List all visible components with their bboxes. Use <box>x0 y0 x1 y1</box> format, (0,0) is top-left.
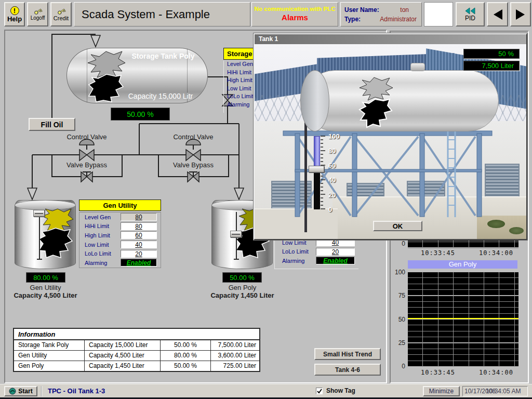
gen-poly-time-axis: 10:33:45 10:34:00 <box>408 369 518 376</box>
cell-tank-name: Storage Tank Poly <box>14 340 85 351</box>
show-tag-checkbox[interactable] <box>316 388 323 394</box>
cell-tank-name: Gen Poly <box>14 361 85 371</box>
gen-utility-tank-graphic[interactable] <box>15 200 76 269</box>
tank1-photo: 100 80 60 40 20 0 50 % 7,500 Liter OK <box>255 44 526 239</box>
level-gen-field[interactable]: 80 <box>121 213 157 221</box>
taskbar: Start TPC - Oil Tank 1-3 Show Tag Minimi… <box>0 384 532 397</box>
photo-tank-body <box>304 70 499 131</box>
credit-button[interactable]: Credit <box>50 2 72 26</box>
y-tick: 0 <box>389 363 405 370</box>
slider-end-tick <box>234 259 239 260</box>
photo-tank-endcap <box>300 70 329 131</box>
user-info-panel: User Name: ton Type: Administrator <box>340 2 422 26</box>
hihi-limit-field[interactable]: 80 <box>121 222 157 230</box>
alarming-toggle[interactable]: Enabled <box>316 257 355 264</box>
cell-percent: 50.00 % <box>161 361 211 371</box>
tank1-titlebar[interactable]: Tank 1 <box>255 34 526 44</box>
credit-label: Credit <box>54 15 69 21</box>
table-row: Gen Poly Capacity 1,450 Liter 50.00 % 72… <box>14 361 259 371</box>
gen-poly-percent-display: 50.00 % <box>222 272 262 283</box>
high-limit-field[interactable]: 60 <box>121 231 157 239</box>
storage-tank-name: Storage Tank Poly <box>119 52 207 60</box>
gen-poly-panel-body: Low Limit40 LoLo Limit20 AlarmingEnabled <box>274 238 358 269</box>
double-back-arrows-icon <box>464 7 476 15</box>
table-row: Gen Utility Capacity 4,500 Liter 80.00 %… <box>14 351 259 361</box>
scada-screen: ! Help Logoff Credit Scada System - Exam… <box>0 0 532 399</box>
time-tick: 10:34:00 <box>478 369 514 376</box>
lolo-limit-field[interactable]: 20 <box>121 250 157 258</box>
tank1-window: Tank 1 <box>254 33 527 240</box>
field-label: LoLo Limit <box>79 250 121 257</box>
popup-volume-display: 7,500 Liter <box>463 61 520 71</box>
gen-poly-capacity: Capacity 1,450 Liter <box>202 291 283 299</box>
trend-value-line <box>408 318 518 319</box>
cell-volume: 7,500.00 Liter <box>211 340 259 351</box>
prev-page-button[interactable] <box>487 2 508 26</box>
taskbar-divider <box>41 386 42 396</box>
fill-oil-button[interactable]: Fill Oil <box>29 118 75 131</box>
control-valve-left-label: Control Valve <box>61 133 113 141</box>
gen-poly-name: Gen Poly <box>207 284 277 291</box>
field-label: Low Limit <box>275 240 316 246</box>
panel-row: High Limit60 <box>79 231 161 240</box>
field-label: Alarming <box>275 258 316 264</box>
minimize-button[interactable]: Minimize <box>423 386 460 396</box>
tank-nozzle <box>410 63 425 71</box>
information-table: Information Storage Tank Poly Capacity 1… <box>13 328 260 372</box>
storage-percent-display: 50.00 % <box>111 108 170 121</box>
scale-tick-label: 80 <box>328 147 347 155</box>
popup-percent-display: 50 % <box>463 49 520 59</box>
start-button[interactable]: Start <box>4 386 37 396</box>
tank-4-6-button[interactable]: Tank 4-6 <box>314 364 381 376</box>
panel-row: LoLo Limit20 <box>79 249 161 258</box>
panel-row: AlarmingEnabled <box>79 258 161 268</box>
storage-tank-graphic[interactable]: Storage Tank Poly Capacity 15,000 Litr <box>66 48 208 103</box>
cell-capacity: Capacity 1,450 Liter <box>85 361 161 371</box>
left-arrow-icon <box>491 8 504 21</box>
control-valve-right-label: Control Valve <box>167 133 219 141</box>
y-tick: 25 <box>389 339 405 347</box>
blank-panel <box>424 2 453 26</box>
app-title-panel: Scada System - Example <box>74 2 250 26</box>
user-type-label: Type: <box>344 16 361 23</box>
field-label: HiHi Limit <box>79 223 121 229</box>
gen-poly-level-slider-handle[interactable] <box>230 231 242 237</box>
lolo-limit-field[interactable]: 20 <box>316 248 355 256</box>
cell-volume: 725.00 Liter <box>211 361 259 371</box>
start-icon <box>9 388 16 395</box>
gen-utility-level-slider-handle[interactable] <box>33 210 45 217</box>
y-tick: 50 <box>389 316 405 323</box>
user-type-value: Administrator <box>380 16 417 23</box>
ok-button[interactable]: OK <box>373 221 422 231</box>
scale-tick-label: 20 <box>328 191 347 199</box>
comm-status-panel: No communication with PLC Alarms <box>251 2 338 26</box>
small-hist-trend-button[interactable]: Small Hist Trend <box>314 348 381 360</box>
panel-row: HiHi Limit80 <box>79 222 161 231</box>
check-icon <box>317 389 322 394</box>
help-label: Help <box>7 15 22 23</box>
panel-row: Level Gen80 <box>79 212 161 222</box>
help-button[interactable]: ! Help <box>4 2 25 26</box>
logoff-button[interactable]: Logoff <box>27 2 48 26</box>
taskbar-time: 10:34:05 AM <box>486 388 521 395</box>
gen-utility-panel-header: Gen Utility <box>79 200 161 211</box>
scale-tick-label: 40 <box>328 176 347 184</box>
popup-level-slider-handle[interactable] <box>309 166 324 172</box>
information-table-header: Information <box>14 329 259 340</box>
pid-button[interactable]: PID <box>456 2 485 26</box>
clock-panel: 10/17/2008 10:34:05 AM <box>462 386 528 396</box>
start-label: Start <box>18 388 32 395</box>
low-limit-field[interactable]: 40 <box>121 241 157 248</box>
level-slider-track <box>39 212 40 260</box>
key-icon <box>33 8 43 15</box>
top-trend-time-axis: 10:33:45 10:34:00 <box>408 249 518 257</box>
slider-end-tick <box>37 259 42 260</box>
table-row: Storage Tank Poly Capacity 15,000 Liter … <box>14 340 259 351</box>
y-tick: 100 <box>389 269 405 276</box>
field-label: LoLo Limit <box>275 248 316 255</box>
next-page-button[interactable] <box>510 2 531 26</box>
alarms-text[interactable]: Alarms <box>252 13 338 22</box>
user-name-value: ton <box>400 6 409 14</box>
slider-tick-marks <box>321 136 328 211</box>
alarming-toggle[interactable]: Enabled <box>121 259 157 267</box>
